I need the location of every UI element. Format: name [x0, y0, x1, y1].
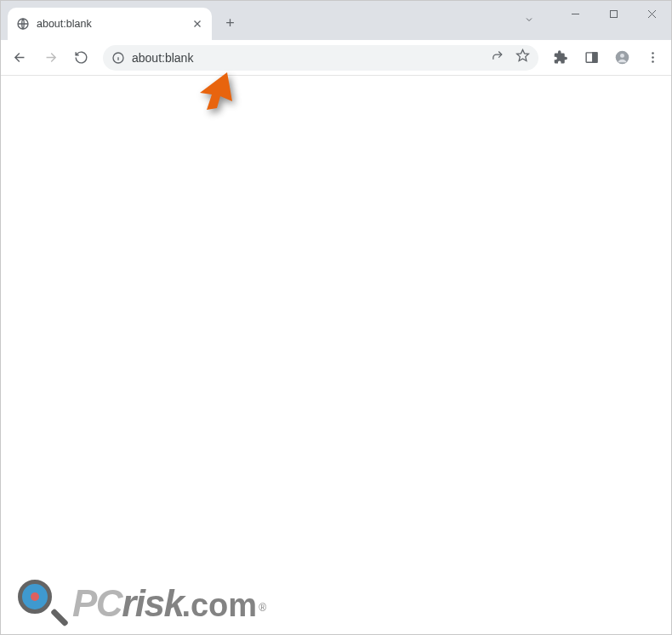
svg-rect-4 — [592, 53, 596, 62]
bookmark-star-icon[interactable] — [515, 49, 530, 66]
window-close-button[interactable] — [633, 1, 671, 26]
svg-point-9 — [652, 60, 654, 63]
svg-point-8 — [652, 56, 654, 59]
url-text[interactable]: about:blank — [132, 51, 484, 65]
menu-button[interactable] — [639, 44, 666, 72]
new-tab-button[interactable] — [217, 9, 242, 35]
side-panel-button[interactable] — [578, 44, 605, 72]
svg-rect-1 — [611, 10, 618, 17]
back-button[interactable] — [6, 44, 33, 72]
tab-title: about:blank — [37, 18, 185, 30]
browser-tab[interactable]: about:blank — [8, 8, 212, 40]
chevron-down-icon[interactable] — [524, 13, 534, 28]
toolbar: about:blank — [1, 40, 671, 76]
maximize-button[interactable] — [595, 1, 633, 26]
reload-button[interactable] — [67, 44, 94, 72]
page-content — [2, 76, 670, 633]
svg-point-6 — [620, 54, 624, 58]
window-controls — [556, 1, 671, 26]
extensions-button[interactable] — [547, 44, 574, 72]
site-info-icon[interactable] — [111, 51, 125, 65]
address-actions — [491, 49, 530, 66]
titlebar: about:blank — [1, 1, 671, 40]
share-icon[interactable] — [491, 49, 505, 66]
globe-icon — [16, 17, 30, 31]
minimize-button[interactable] — [556, 1, 595, 26]
address-bar[interactable]: about:blank — [103, 45, 538, 71]
svg-point-7 — [652, 52, 654, 54]
forward-button[interactable] — [37, 44, 64, 72]
tab-close-button[interactable] — [191, 18, 203, 30]
profile-button[interactable] — [608, 44, 635, 72]
